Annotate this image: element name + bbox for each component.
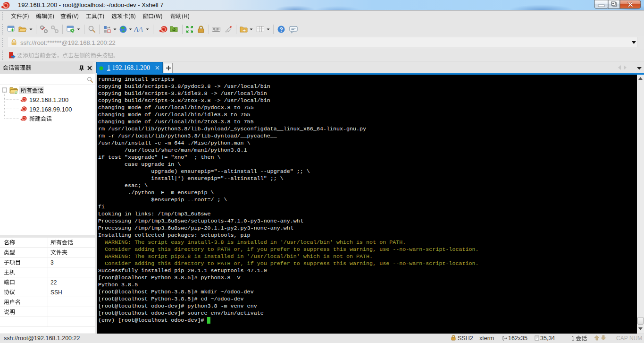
svg-text:?: ?: [280, 26, 283, 33]
svg-text:A: A: [138, 25, 143, 34]
